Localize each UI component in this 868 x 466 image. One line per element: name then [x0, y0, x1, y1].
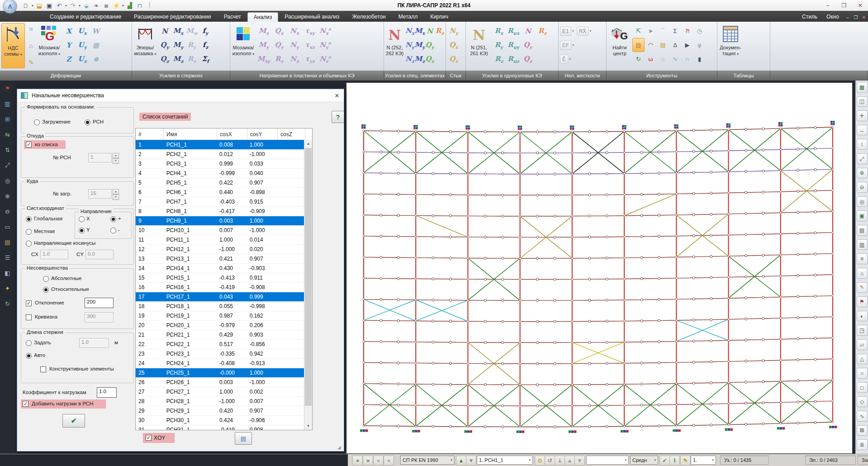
right-toolbar-icon-25[interactable]: ⊠: [857, 425, 868, 436]
star-icon[interactable]: ✦: [3, 283, 13, 293]
ribbon-letter-button[interactable]: Nz: [405, 52, 415, 66]
right-toolbar-icon-19[interactable]: ▱: [857, 339, 868, 350]
ribbon-letter-button[interactable]: fy: [199, 24, 212, 38]
table-row[interactable]: 1РСН1_10.0081.000: [136, 140, 304, 150]
updown-icon[interactable]: ⇅: [3, 145, 13, 155]
right-toolbar-icon-15[interactable]: ✎: [857, 282, 868, 293]
right-toolbar-icon-11[interactable]: ▤: [857, 225, 868, 236]
ribbon-letter-button[interactable]: Rx: [492, 24, 506, 38]
palette-refresh-icon[interactable]: ▨: [632, 38, 645, 52]
selection-tool-icon-3[interactable]: ⇣: [555, 456, 565, 466]
ribbon-letter-button[interactable]: Qx: [447, 38, 460, 52]
ribbon-letter-button[interactable]: My: [171, 38, 185, 52]
next-loadcase-icon[interactable]: ▼: [466, 456, 476, 466]
dialog-title-bar[interactable]: Начальные несовершенства ✕: [17, 89, 344, 102]
grid-icon[interactable]: ▥: [3, 99, 13, 109]
history-step-icon-3[interactable]: «: [373, 456, 384, 466]
single-node-n-button[interactable]: NN (251,261 КЭ): [467, 23, 491, 68]
average-select-caret[interactable]: ▾: [654, 458, 656, 462]
stiffness-button[interactable]: RX̄: [577, 27, 589, 36]
swap-icon[interactable]: ⇆: [3, 129, 13, 139]
timer-icon[interactable]: ◷: [693, 24, 706, 38]
from-list-checkbox[interactable]: ✓: [26, 142, 32, 147]
tab-металл[interactable]: Металл: [392, 12, 424, 22]
ribbon-letter-button[interactable]: Qy: [425, 38, 435, 52]
ribbon-letter-button[interactable]: Rz: [185, 52, 199, 66]
ribbon-letter-button[interactable]: Mx: [171, 24, 185, 38]
tab-анализ[interactable]: Анализ: [247, 12, 279, 22]
load-number-spinner[interactable]: ▲▼: [113, 189, 119, 200]
table-row[interactable]: 17РСН17_10.0430.999: [136, 292, 304, 302]
zoom-out-icon[interactable]: ⊖: [3, 206, 13, 216]
number-select-caret[interactable]: ▾: [712, 458, 714, 462]
expand-icon[interactable]: ⤢: [3, 160, 13, 170]
ribbon-letter-button[interactable]: N: [425, 24, 435, 38]
ribbon-letter-button[interactable]: Nx: [405, 24, 415, 38]
animation-icon[interactable]: ▶: [681, 38, 693, 52]
ribbon-letter-button[interactable]: ⊗: [89, 52, 103, 66]
ribbon-letter-button[interactable]: Mxy: [256, 52, 271, 66]
cy-field[interactable]: 0.0: [85, 250, 114, 259]
ribbon-letter-button[interactable]: N: [158, 24, 171, 38]
documentation-button[interactable]: Докумен-тация ▾: [719, 23, 742, 68]
dialog-close-icon[interactable]: ✕: [330, 92, 344, 99]
table-row[interactable]: 22РСН22_10.517-0.856: [136, 340, 304, 349]
apply-button[interactable]: ✔: [62, 414, 85, 428]
right-toolbar-icon-23[interactable]: ◇: [857, 396, 868, 407]
resize-grip[interactable]: ◢: [337, 445, 343, 450]
tab-расширенное-редактирование[interactable]: Расширенное редактирование: [128, 12, 218, 22]
table-scrollbar[interactable]: ▲ ▼: [304, 140, 312, 430]
curvature-checkbox[interactable]: [26, 314, 32, 320]
ribbon-letter-button[interactable]: Rz: [271, 52, 287, 66]
right-toolbar-icon-16[interactable]: ⚑: [857, 296, 868, 307]
ribbon-letter-button[interactable]: τxz: [302, 38, 318, 52]
confirm-icon[interactable]: ✓: [659, 456, 670, 466]
scroll-down-icon[interactable]: ▼: [304, 422, 312, 430]
radio-axis-y[interactable]: [79, 228, 85, 233]
right-toolbar-icon-5[interactable]: ↕: [857, 139, 868, 150]
ribbon-letter-button[interactable]: Qx: [271, 24, 287, 38]
loadcase-select-caret[interactable]: ▾: [529, 458, 531, 462]
stiffness-caret[interactable]: ▾: [572, 29, 574, 33]
table-row[interactable]: 31РСН31_1-0.4190.908: [136, 425, 304, 430]
ribbon-letter-button[interactable]: Rz: [492, 52, 506, 66]
ribbon-letter-button[interactable]: ▦: [89, 38, 103, 52]
ribbon-letter-button[interactable]: Nxa: [318, 24, 333, 38]
stiffness-caret[interactable]: ▾: [589, 29, 591, 33]
frame-pink-icon[interactable]: ⌂: [26, 41, 36, 51]
ribbon-letter-button[interactable]: My: [256, 38, 271, 52]
curvature-field[interactable]: 300: [85, 312, 114, 323]
radio-global[interactable]: [26, 216, 32, 222]
ribbon-letter-button[interactable]: Uy: [76, 38, 89, 52]
right-toolbar-icon-18[interactable]: ◳: [857, 325, 868, 336]
table-row[interactable]: 21РСН21_10.4290.903: [136, 330, 304, 340]
ribbon-letter-button[interactable]: Qy: [158, 38, 171, 52]
table-row[interactable]: 11РСН11_11.0000.014: [136, 235, 304, 245]
table-row[interactable]: 7РСН7_1-0.4030.915: [136, 197, 304, 207]
epure-mosaic-button[interactable]: Эпюры/мозаика ▾: [133, 23, 157, 68]
ribbon-letter-button[interactable]: Rux: [506, 24, 521, 38]
right-toolbar-icon-2[interactable]: ◫: [857, 96, 868, 107]
model-view[interactable]: [346, 82, 853, 454]
table-row[interactable]: 8РСН8_1-0.417-0.909: [136, 207, 304, 216]
right-toolbar-icon-21[interactable]: ○: [857, 368, 868, 379]
list-icon[interactable]: ☰: [3, 252, 13, 262]
right-toolbar-icon-14[interactable]: ⌂: [857, 268, 868, 279]
ribbon-letter-button[interactable]: Z: [62, 52, 76, 66]
table-row[interactable]: 18РСН18_10.055-0.998: [136, 302, 304, 311]
radio-auto-length[interactable]: [26, 353, 32, 359]
number-select[interactable]: 1.▾: [691, 456, 716, 465]
right-toolbar-icon-8[interactable]: ⊖: [857, 182, 868, 193]
column-header-#[interactable]: #: [136, 128, 164, 140]
column-header-cosx[interactable]: cosX: [217, 128, 247, 140]
load-number-field[interactable]: 15: [88, 189, 112, 199]
right-toolbar-icon-1[interactable]: ▦: [857, 82, 868, 93]
radio-cosines[interactable]: [26, 241, 32, 247]
ribbon-letter-button[interactable]: τxy: [302, 24, 318, 38]
table-row[interactable]: 15РСН15_1-0.4130.911: [136, 273, 304, 283]
phi-e-icon[interactable]: φ: [693, 38, 706, 52]
deviation-checkbox[interactable]: ✓: [26, 300, 32, 306]
right-toolbar-icon-10[interactable]: ▣: [857, 210, 868, 221]
table-row[interactable]: 30РСН30_10.424-0.906: [136, 416, 304, 425]
edit-icon[interactable]: ✎: [680, 456, 691, 466]
